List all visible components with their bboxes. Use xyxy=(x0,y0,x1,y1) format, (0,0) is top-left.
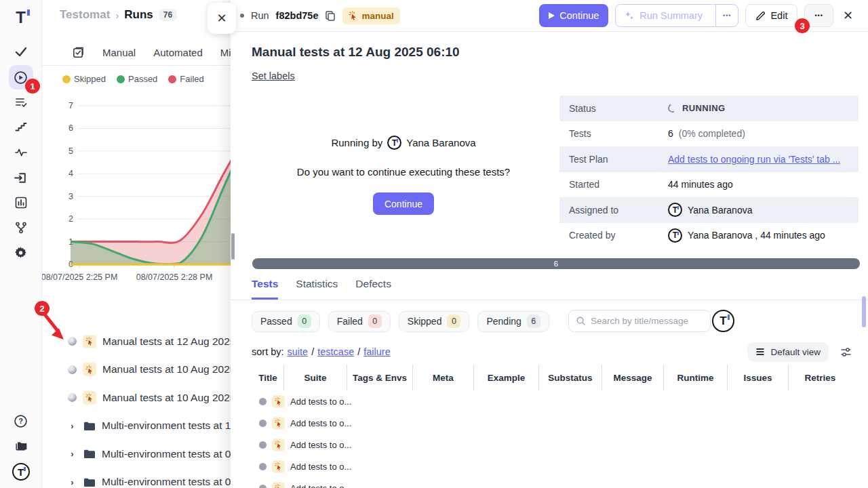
settings-icon[interactable] xyxy=(9,241,33,265)
sparkles-icon xyxy=(624,10,635,21)
breadcrumb-project[interactable]: Testomat xyxy=(60,8,110,22)
runner-name: Yana Baranova xyxy=(406,137,475,148)
tests-completed: (0% completed) xyxy=(679,128,745,139)
filter-chip-pending[interactable]: Pending6 xyxy=(477,311,549,332)
table-row[interactable]: Add tests to o... xyxy=(252,477,852,488)
run-detail-panel: Run f82bd75e manual Continue Run Summary… xyxy=(231,0,868,488)
sort-link-suite[interactable]: suite xyxy=(288,346,309,357)
info-row-tests: Tests6(0% completed) xyxy=(559,121,859,147)
activity-icon[interactable] xyxy=(9,140,33,165)
user-name: Yana Baranova xyxy=(688,205,752,216)
svg-text:?: ? xyxy=(18,417,23,425)
account-avatar[interactable]: T xyxy=(9,460,33,484)
filter-chip-passed[interactable]: Passed0 xyxy=(252,311,320,332)
drawer-close-button[interactable]: ✕ xyxy=(208,3,236,34)
legend-label: Passed xyxy=(128,74,157,84)
column-header-meta: Meta xyxy=(412,365,473,390)
continue-prompt: Running by T Yana Baranova Do you want t… xyxy=(251,136,556,215)
edit-button[interactable]: Edit xyxy=(745,4,797,27)
default-view-button[interactable]: Default view xyxy=(747,342,829,362)
play-icon xyxy=(549,12,555,19)
runs-count-badge: 76 xyxy=(159,9,177,21)
info-label: Assigned to xyxy=(559,205,668,216)
filter-count-badge: 0 xyxy=(298,314,311,328)
run-summary-more-button[interactable]: ••• xyxy=(715,5,738,26)
manual-type-icon xyxy=(272,439,285,451)
table-row[interactable]: Add tests to o... xyxy=(252,434,852,455)
run-list-item-label: Multi-environment tests at 0 xyxy=(102,448,231,460)
run-list-item[interactable]: ›Multi-environment tests at 1 xyxy=(42,412,231,441)
continue-prompt-button[interactable]: Continue xyxy=(373,192,434,215)
legend-item-skipped[interactable]: Skipped xyxy=(62,74,106,84)
run-type-tab-automated[interactable]: Automated xyxy=(153,47,203,58)
run-title: Manual tests at 12 Aug 2025 06:10 xyxy=(252,45,460,60)
continue-button[interactable]: Continue xyxy=(539,4,608,27)
svg-text:6: 6 xyxy=(68,123,73,133)
drawer-scrollbar-thumb[interactable] xyxy=(231,233,235,260)
info-row-status: StatusRUNNING xyxy=(559,96,859,121)
annotation-arrow-2 xyxy=(39,310,72,348)
sort-separator: / xyxy=(311,346,314,357)
run-id: f82bd75e xyxy=(276,10,319,21)
search-box xyxy=(568,310,711,332)
filter-chip-failed[interactable]: Failed0 xyxy=(328,311,391,332)
steps-icon[interactable] xyxy=(9,115,33,140)
pulse-icon xyxy=(14,146,28,159)
pending-status-icon xyxy=(259,441,267,449)
test-plan-link[interactable]: Add tests to ongoing run via 'Tests' tab… xyxy=(668,154,840,165)
tests-table-body: Add tests to o...Add tests to o...Add te… xyxy=(252,390,852,488)
info-value: 44 minutes ago xyxy=(668,179,859,190)
tab-tests[interactable]: Tests xyxy=(252,278,278,300)
assignee-filter-avatar[interactable]: T xyxy=(712,310,734,332)
column-header-runtime: Runtime xyxy=(663,365,727,390)
chevron-right-icon[interactable]: › xyxy=(68,449,77,459)
run-detail-header: Run f82bd75e manual Continue Run Summary… xyxy=(231,0,868,32)
app-logo[interactable]: T xyxy=(9,5,33,30)
tests-icon[interactable] xyxy=(9,39,33,64)
run-summary-button[interactable]: Run Summary ••• xyxy=(615,4,738,27)
run-list-item[interactable]: Manual tests at 10 Aug 2025 xyxy=(42,384,231,412)
tab-statistics[interactable]: Statistics xyxy=(296,278,338,300)
sort-link-testcase[interactable]: testcase xyxy=(317,346,354,357)
analytics-icon[interactable] xyxy=(9,190,33,215)
run-list-item[interactable]: ›Multi-environment tests at 0 xyxy=(42,468,231,488)
run-list-item[interactable]: ›Multi-environment tests at 0 xyxy=(42,440,231,468)
table-row[interactable]: Add tests to o... xyxy=(252,455,852,477)
projects-icon[interactable] xyxy=(9,434,33,458)
branches-icon[interactable] xyxy=(9,216,33,240)
chevron-right-icon[interactable]: › xyxy=(68,477,77,487)
filter-chip-skipped[interactable]: Skipped0 xyxy=(399,311,470,332)
legend-dot-icon xyxy=(168,75,176,83)
run-list-item-label: Manual tests at 10 Aug 2025 xyxy=(102,392,231,404)
run-type-tab-mixed[interactable]: Mixed xyxy=(220,47,231,58)
table-row[interactable]: Add tests to o... xyxy=(252,412,852,434)
manual-type-icon xyxy=(272,395,285,408)
search-input[interactable] xyxy=(591,316,699,326)
legend-item-passed[interactable]: Passed xyxy=(117,74,157,84)
checklist-icon[interactable] xyxy=(72,46,85,59)
import-icon[interactable] xyxy=(9,165,33,190)
column-settings-icon[interactable] xyxy=(840,346,852,358)
run-list-item[interactable]: Manual tests at 10 Aug 2025 xyxy=(42,356,231,384)
legend-dot-icon xyxy=(117,75,125,83)
sort-link-failure[interactable]: failure xyxy=(363,346,391,357)
breadcrumb-section[interactable]: Runs xyxy=(124,8,153,22)
run-list-item-label: Multi-environment tests at 1 xyxy=(102,420,231,432)
chevron-right-icon[interactable]: › xyxy=(68,421,77,431)
help-icon[interactable]: ? xyxy=(9,409,33,433)
close-panel-button[interactable]: ✕ xyxy=(840,5,856,26)
pending-status-icon xyxy=(259,420,267,427)
breadcrumb-separator-icon: › xyxy=(115,9,119,21)
folder-icon xyxy=(14,439,28,453)
copy-icon[interactable] xyxy=(325,10,336,21)
gear-icon xyxy=(14,246,28,260)
test-plans-icon[interactable] xyxy=(9,90,33,115)
table-row[interactable]: Add tests to o... xyxy=(252,390,852,412)
info-label: Tests xyxy=(559,128,668,139)
legend-item-failed[interactable]: Failed xyxy=(168,74,203,84)
run-type-tab-manual[interactable]: Manual xyxy=(102,47,136,58)
tab-defects[interactable]: Defects xyxy=(355,278,391,300)
spinner-icon xyxy=(668,103,678,113)
set-labels-link[interactable]: Set labels xyxy=(252,70,295,81)
main-scrollbar-thumb[interactable] xyxy=(862,296,866,327)
